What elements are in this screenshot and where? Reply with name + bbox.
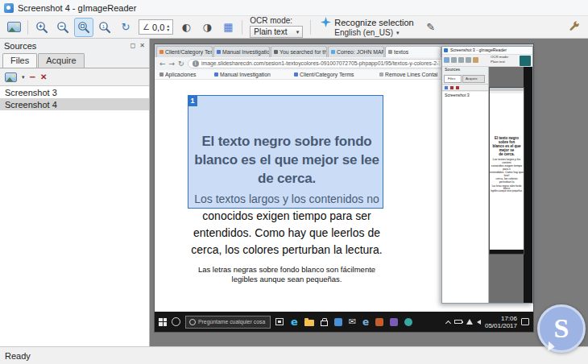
- pen-icon: ✎: [426, 22, 435, 32]
- slide-caption-line: legibles aunque sean pequeñas.: [159, 275, 414, 284]
- nested-ocr-mode-label: OCR mode:: [491, 56, 509, 59]
- recognize-icon: [321, 17, 331, 27]
- output-pane-toggle-button[interactable]: ✎: [421, 18, 441, 37]
- tab-acquire[interactable]: Acquire: [38, 53, 84, 68]
- nested-title-bar: Screenshot 3 - gImageReader: [442, 47, 532, 55]
- angle-stepper[interactable]: ▴ ▾: [167, 23, 169, 31]
- bookmark-item: Aplicaciones: [159, 71, 206, 79]
- bookmark-item: Manual Investigation: [214, 71, 287, 79]
- rotate-icon: ↻: [122, 22, 130, 32]
- zoom-out-icon: [56, 21, 69, 34]
- list-item-screenshot-3[interactable]: Screenshot 3: [0, 86, 149, 98]
- delete-image-icon[interactable]: ✕: [40, 72, 47, 81]
- nested-tab-acquire-label: Acquire: [466, 77, 478, 81]
- mini-slide-text: El texto negro sobre fon blanco es el qu…: [490, 136, 524, 192]
- mini-heading-line: de cerca.: [490, 152, 524, 156]
- search-placeholder-text: Pregúntame cualquier cosa: [198, 319, 265, 325]
- sources-tabs: Files Acquire: [0, 52, 149, 68]
- zoom-in-button[interactable]: [32, 18, 52, 37]
- browser-tab-label: Client/Category Terms I: [165, 49, 213, 56]
- open-image-button[interactable]: [4, 18, 23, 37]
- app-icon: [4, 3, 14, 13]
- taskbar-app-icons: i e ✉ e: [291, 316, 412, 327]
- add-image-icon[interactable]: [5, 72, 17, 82]
- nested-toolbar: OCR mode: Plain text: [442, 55, 532, 67]
- title-bar: Screenshot 4 - gImageReader: [0, 0, 588, 16]
- recognize-button[interactable]: Recognize selection English (en_US) ▾: [315, 15, 419, 39]
- ie-icon: e: [362, 317, 369, 327]
- browser-tab-label: Correo: JOHN MARIO R: [337, 49, 384, 56]
- mini-taskbar: [490, 250, 524, 254]
- mail-icon: ✉: [349, 317, 356, 326]
- resolution-button[interactable]: ▦: [218, 18, 238, 37]
- nested-sources-panel: Sources Files Acquire Screenshot 3: [442, 67, 489, 303]
- nested-sources-title: Sources: [445, 68, 460, 72]
- browser-tab-label: You searched for thewh: [280, 49, 327, 56]
- favicon: [331, 50, 335, 54]
- sources-panel-header: Sources ◻ ✕: [0, 39, 149, 52]
- favicon: [274, 50, 278, 54]
- zoom-in-icon: [35, 21, 48, 34]
- brightness-icon: ◐: [182, 22, 191, 32]
- mini-body-line: Los textos largos y los conteni: [490, 158, 524, 164]
- chevron-down-icon: ▾: [296, 29, 300, 35]
- rotation-angle-spinner[interactable]: ∠ 0,0 ▴ ▾: [139, 19, 173, 35]
- mini-body-line: cerca, los colores perturban la: [490, 177, 524, 184]
- info-icon: i: [193, 60, 199, 67]
- ocr-selection-rect[interactable]: 1: [188, 95, 383, 209]
- gimagereader-window: Screenshot 4 - gImageReader 1 ↻ ∠ 0,0 ▴ …: [0, 0, 588, 364]
- forward-icon: →: [169, 60, 176, 68]
- bookmark-icon: [159, 72, 164, 77]
- battery-icon: [454, 320, 462, 324]
- favicon: [159, 50, 164, 54]
- nested-tab-acquire: Acquire: [462, 75, 485, 83]
- nested-add-icon: [445, 86, 448, 89]
- status-text: Ready: [5, 351, 31, 361]
- nested-toolbar-icon: [458, 57, 464, 63]
- resolution-icon: ▦: [223, 22, 233, 32]
- browser-tab-label: Manual Investigation E: [222, 49, 270, 56]
- toolbar-separator: [310, 20, 311, 35]
- zoom-fit-button[interactable]: [74, 18, 93, 37]
- taskbar-search-box: Pregúntame cualquier cosa: [185, 316, 271, 329]
- ocr-mode-group: OCR mode: Plain text ▾: [250, 16, 303, 38]
- zoom-original-button[interactable]: 1: [95, 18, 114, 37]
- nested-toolbar-icon: [444, 57, 449, 63]
- windows-taskbar: Pregúntame cualquier cosa i e ✉ e: [155, 312, 533, 332]
- browser-tab: Correo: JOHN MARIO R: [328, 46, 384, 57]
- list-item-screenshot-4[interactable]: Screenshot 4: [0, 98, 149, 110]
- bookmark-label: Client/Category Terms: [300, 72, 354, 78]
- browser-tab: Manual Investigation E: [213, 46, 270, 57]
- taskbar-app-icon: [390, 318, 398, 326]
- ocr-mode-select[interactable]: Plain text ▾: [250, 26, 303, 38]
- clock-time: 17:06: [501, 315, 517, 322]
- store-icon: [321, 321, 328, 326]
- brightness-button[interactable]: ◐: [176, 18, 196, 37]
- recognize-language: English (en_US): [334, 28, 393, 37]
- zoom-out-button[interactable]: [53, 18, 72, 37]
- start-button-icon: [159, 318, 167, 326]
- toolbar-separator: [27, 20, 28, 35]
- search-icon: [189, 319, 196, 325]
- close-panel-icon[interactable]: ✕: [139, 42, 145, 49]
- invert-colors-button[interactable]: ◑: [197, 18, 217, 37]
- undock-panel-icon[interactable]: ◻: [130, 42, 136, 49]
- remove-image-icon[interactable]: −: [30, 72, 36, 82]
- settings-button[interactable]: [565, 18, 584, 37]
- browser-tab-label: textos: [394, 49, 408, 56]
- tab-files[interactable]: Files: [2, 53, 37, 68]
- rotate-button[interactable]: ↻: [116, 18, 135, 37]
- browser-tab: textos: [385, 46, 441, 57]
- cortana-icon: [172, 317, 180, 326]
- speaker-icon: [477, 320, 481, 325]
- nested-app-icon: [444, 48, 448, 52]
- open-image-icon: [7, 22, 21, 32]
- selection-number-badge: 1: [188, 95, 197, 106]
- invert-colors-icon: ◑: [203, 22, 212, 32]
- add-image-caret-icon[interactable]: ▾: [22, 74, 25, 81]
- recognize-label: Recognize selection: [334, 18, 413, 27]
- clock-date: 05/01/2017: [485, 322, 517, 329]
- slide-caption-line: Las letras negras sobre fondo blanco son…: [159, 265, 414, 275]
- image-canvas[interactable]: Client/Category Terms I Manual Investiga…: [150, 39, 588, 346]
- rotation-angle-value: 0,0: [152, 23, 164, 32]
